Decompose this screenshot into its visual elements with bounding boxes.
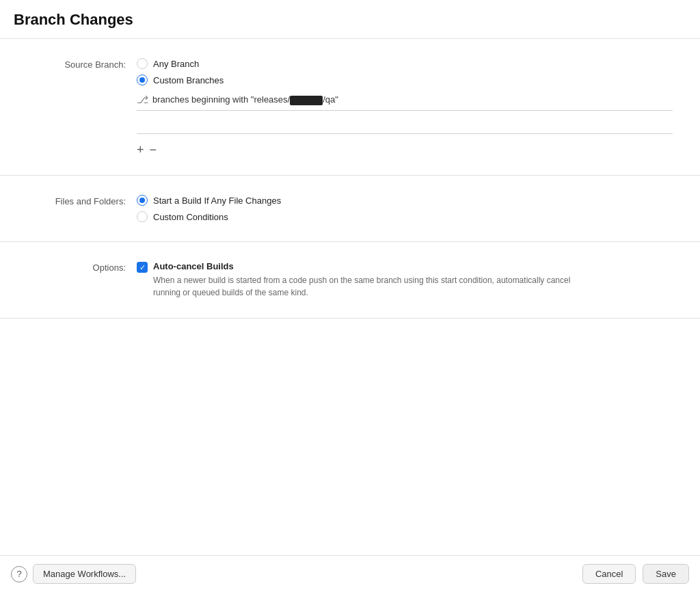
cancel-button[interactable]: Cancel — [582, 564, 636, 584]
any-file-label: Start a Build If Any File Changes — [153, 196, 281, 206]
any-branch-label: Any Branch — [153, 59, 199, 69]
branch-icon: ⎇ — [137, 94, 148, 106]
files-and-folders-controls: Start a Build If Any File Changes Custom… — [137, 195, 673, 222]
branch-row-empty[interactable] — [137, 115, 673, 134]
help-button[interactable]: ? — [11, 566, 27, 582]
add-branch-button[interactable]: + — [137, 144, 144, 156]
footer-left: ? Manage Workflows... — [11, 564, 582, 584]
options-controls: Auto-cancel Builds When a newer build is… — [137, 261, 673, 299]
files-and-folders-section: Files and Folders: Start a Build If Any … — [0, 176, 700, 242]
auto-cancel-option[interactable]: Auto-cancel Builds When a newer build is… — [137, 261, 673, 299]
branch-input-area: ⎇ branches beginning with "releases/ /qa… — [137, 94, 673, 156]
page-content: Source Branch: Any Branch Custom Branche… — [0, 39, 700, 555]
auto-cancel-label-group: Auto-cancel Builds When a newer build is… — [153, 261, 577, 299]
source-branch-section: Source Branch: Any Branch Custom Branche… — [0, 39, 700, 176]
any-branch-radio[interactable] — [137, 58, 148, 69]
custom-branches-radio[interactable] — [137, 75, 148, 85]
page-footer: ? Manage Workflows... Cancel Save — [0, 555, 700, 592]
options-row: Options: Auto-cancel Builds When a newer… — [27, 261, 673, 299]
page-title: Branch Changes — [14, 11, 686, 29]
page-header: Branch Changes — [0, 0, 700, 39]
auto-cancel-label: Auto-cancel Builds — [153, 261, 577, 271]
custom-conditions-option[interactable]: Custom Conditions — [137, 211, 673, 222]
save-button[interactable]: Save — [643, 564, 689, 584]
footer-right: Cancel Save — [582, 564, 689, 584]
branch-actions: + − — [137, 144, 673, 156]
custom-conditions-label: Custom Conditions — [153, 212, 228, 222]
manage-workflows-button[interactable]: Manage Workflows... — [33, 564, 136, 584]
redacted-text — [290, 96, 323, 105]
custom-conditions-radio[interactable] — [137, 211, 148, 222]
source-branch-row: Source Branch: Any Branch Custom Branche… — [27, 58, 673, 156]
remove-branch-button[interactable]: − — [150, 144, 157, 156]
auto-cancel-checkbox[interactable] — [137, 262, 148, 273]
custom-branches-option[interactable]: Custom Branches — [137, 75, 673, 85]
files-and-folders-row: Files and Folders: Start a Build If Any … — [27, 195, 673, 222]
options-section: Options: Auto-cancel Builds When a newer… — [0, 242, 700, 319]
options-label: Options: — [27, 261, 137, 273]
any-branch-option[interactable]: Any Branch — [137, 58, 673, 69]
any-file-option[interactable]: Start a Build If Any File Changes — [137, 195, 673, 206]
source-branch-controls: Any Branch Custom Branches ⎇ branches be… — [137, 58, 673, 156]
branch-text: branches beginning with "releases/ /qa" — [152, 94, 673, 105]
any-file-radio[interactable] — [137, 195, 148, 206]
auto-cancel-description: When a newer build is started from a cod… — [153, 274, 577, 299]
branch-row-filled[interactable]: ⎇ branches beginning with "releases/ /qa… — [137, 94, 673, 111]
files-and-folders-label: Files and Folders: — [27, 195, 137, 206]
source-branch-label: Source Branch: — [27, 58, 137, 70]
custom-branches-label: Custom Branches — [153, 75, 224, 85]
